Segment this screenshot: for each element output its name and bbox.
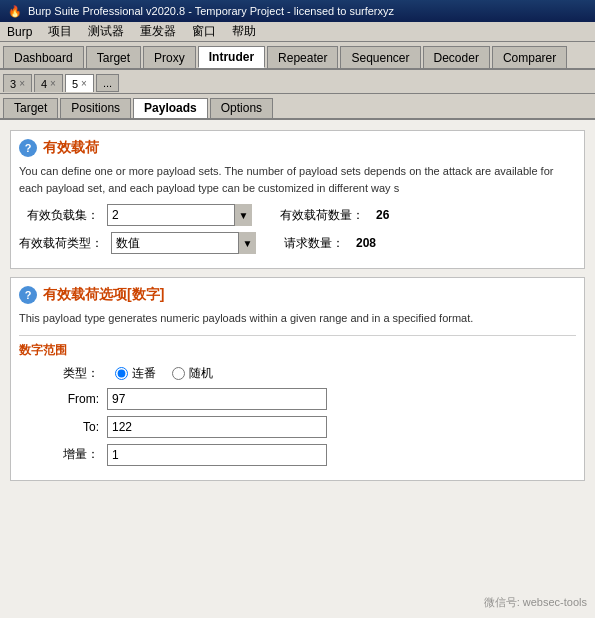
menu-repeater[interactable]: 重发器 [137, 23, 179, 40]
request-count-label: 请求数量： [284, 235, 344, 252]
intruder-tab-positions[interactable]: Positions [60, 98, 131, 118]
type-sequential-radio[interactable] [115, 367, 128, 380]
tab-decoder[interactable]: Decoder [423, 46, 490, 68]
numeric-description: This payload type generates numeric payl… [19, 310, 576, 327]
payload-set-select[interactable]: 1 2 3 4 [107, 204, 252, 226]
menu-window[interactable]: 窗口 [189, 23, 219, 40]
type-sequential-option[interactable]: 连番 [115, 365, 156, 382]
payload-count-label: 有效载荷数量： [280, 207, 364, 224]
more-tabs-button[interactable]: ... [96, 74, 119, 92]
menu-bar: Burp 项目 测试器 重发器 窗口 帮助 [0, 22, 595, 42]
numeric-section-title: 有效载荷选项[数字] [43, 286, 164, 304]
type-random-radio[interactable] [172, 367, 185, 380]
numeric-range-title: 数字范围 [19, 342, 576, 359]
tab-intruder[interactable]: Intruder [198, 46, 265, 68]
app-icon: 🔥 [8, 5, 22, 18]
tab-repeater[interactable]: Repeater [267, 46, 338, 68]
section-divider [19, 335, 576, 336]
close-tab-3-icon[interactable]: × [19, 78, 25, 89]
payloads-section-title: 有效载荷 [43, 139, 99, 157]
payload-type-select-wrapper: 数值 简单列表 Brute forcer ▼ [111, 232, 256, 254]
payload-type-select[interactable]: 数值 简单列表 Brute forcer [111, 232, 256, 254]
intruder-tab-payloads[interactable]: Payloads [133, 98, 208, 118]
tab-dashboard[interactable]: Dashboard [3, 46, 84, 68]
sub-tab-4[interactable]: 4 × [34, 74, 63, 92]
to-row: To: [19, 416, 576, 438]
step-row: 增量： [19, 444, 576, 466]
step-label: 增量： [19, 446, 99, 463]
payloads-section-header: ? 有效载荷 [19, 139, 576, 157]
watermark: 微信号: websec-tools [484, 595, 587, 610]
payload-type-label: 有效载荷类型： [19, 235, 103, 252]
content-area: ? 有效载荷 You can define one or more payloa… [0, 120, 595, 618]
intruder-tab-options[interactable]: Options [210, 98, 273, 118]
to-input[interactable] [107, 416, 327, 438]
app-title: Burp Suite Professional v2020.8 - Tempor… [28, 5, 394, 17]
numeric-section-header: ? 有效载荷选项[数字] [19, 286, 576, 304]
menu-burp[interactable]: Burp [4, 25, 35, 39]
sub-tab-3[interactable]: 3 × [3, 74, 32, 92]
tab-sequencer[interactable]: Sequencer [340, 46, 420, 68]
type-label: 类型： [19, 365, 99, 382]
payloads-help-icon[interactable]: ? [19, 139, 37, 157]
payload-set-select-wrapper: 1 2 3 4 ▼ [107, 204, 252, 226]
tab-proxy[interactable]: Proxy [143, 46, 196, 68]
payloads-section: ? 有效载荷 You can define one or more payloa… [10, 130, 585, 269]
payload-set-row: 有效负载集： 1 2 3 4 ▼ 有效载荷数量： 26 [19, 204, 576, 226]
tab-target[interactable]: Target [86, 46, 141, 68]
type-sequential-label: 连番 [132, 365, 156, 382]
payload-set-label: 有效负载集： [19, 207, 99, 224]
from-input[interactable] [107, 388, 327, 410]
tab-comparer[interactable]: Comparer [492, 46, 567, 68]
step-input[interactable] [107, 444, 327, 466]
close-tab-4-icon[interactable]: × [50, 78, 56, 89]
payload-type-row: 有效载荷类型： 数值 简单列表 Brute forcer ▼ 请求数量： 208 [19, 232, 576, 254]
intruder-tab-target[interactable]: Target [3, 98, 58, 118]
from-label: From: [19, 392, 99, 406]
sub-tab-5[interactable]: 5 × [65, 74, 94, 92]
payloads-description: You can define one or more payload sets.… [19, 163, 576, 196]
menu-help[interactable]: 帮助 [229, 23, 259, 40]
type-random-option[interactable]: 随机 [172, 365, 213, 382]
type-row: 类型： 连番 随机 [19, 365, 576, 382]
title-bar: 🔥 Burp Suite Professional v2020.8 - Temp… [0, 0, 595, 22]
close-tab-5-icon[interactable]: × [81, 78, 87, 89]
payload-count-value: 26 [376, 208, 389, 222]
menu-project[interactable]: 项目 [45, 23, 75, 40]
to-label: To: [19, 420, 99, 434]
from-row: From: [19, 388, 576, 410]
sub-tab-bar: 3 × 4 × 5 × ... [0, 70, 595, 94]
intruder-tab-bar: Target Positions Payloads Options [0, 94, 595, 120]
numeric-help-icon[interactable]: ? [19, 286, 37, 304]
menu-tester[interactable]: 测试器 [85, 23, 127, 40]
type-random-label: 随机 [189, 365, 213, 382]
numeric-section: ? 有效载荷选项[数字] This payload type generates… [10, 277, 585, 481]
request-count-value: 208 [356, 236, 376, 250]
main-tab-bar: Dashboard Target Proxy Intruder Repeater… [0, 42, 595, 70]
